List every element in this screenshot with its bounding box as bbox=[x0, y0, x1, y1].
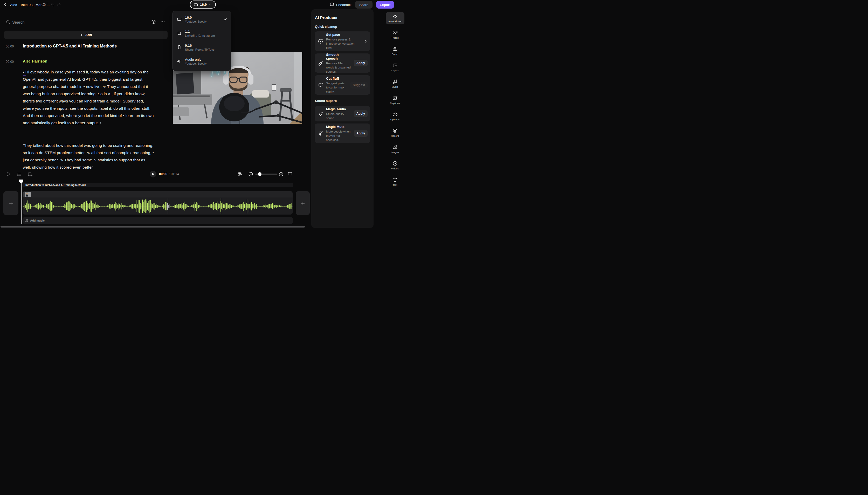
menu-item-sublabel: Shorts, Reels, TikToks bbox=[185, 48, 214, 51]
menu-item-9-16[interactable]: 9:16 Shorts, Reels, TikToks bbox=[173, 40, 231, 54]
zoom-in-icon[interactable] bbox=[279, 172, 283, 177]
speaker-name[interactable]: Alec Harrison bbox=[23, 59, 47, 63]
rail-item-ai-producer[interactable]: AI Producer bbox=[386, 12, 404, 24]
set-pace-card[interactable]: Set pace Remove pauses & improve convers… bbox=[315, 31, 370, 51]
layout-grid-icon bbox=[393, 63, 398, 68]
rail-item-tracks[interactable]: Tracks bbox=[386, 28, 404, 41]
add-music-track[interactable]: Add music bbox=[22, 217, 293, 224]
back-icon[interactable] bbox=[3, 0, 8, 9]
canvas-view-icon[interactable] bbox=[288, 171, 293, 177]
menu-item-label: 9:16 bbox=[185, 44, 214, 48]
audio-bars-icon bbox=[177, 59, 181, 64]
rail-item-videos[interactable]: Videos bbox=[386, 159, 404, 171]
menu-item-label: Audio only bbox=[185, 57, 207, 62]
track-layers-icon[interactable] bbox=[238, 172, 242, 177]
smooth-speech-apply-button[interactable]: Apply bbox=[354, 60, 368, 66]
add-track-left-button[interactable] bbox=[3, 191, 18, 215]
video-play-icon bbox=[393, 161, 398, 166]
search-input[interactable] bbox=[12, 19, 142, 25]
magic-mute-card[interactable]: Magic Mute Mute people when they're not … bbox=[315, 123, 370, 143]
share-button[interactable]: Share bbox=[355, 1, 372, 8]
play-button[interactable] bbox=[150, 171, 156, 177]
menu-item-sublabel: Youtube, Spotify bbox=[185, 62, 207, 65]
add-button[interactable]: Add bbox=[4, 31, 168, 39]
rail-item-text[interactable]: Text bbox=[386, 175, 404, 188]
redo-icon[interactable] bbox=[57, 0, 62, 9]
add-clip-icon[interactable] bbox=[28, 172, 33, 177]
cut-fluff-suggest-button[interactable]: Suggest bbox=[350, 82, 368, 88]
video-clip-thumbnail[interactable] bbox=[23, 192, 31, 197]
music-note-icon bbox=[25, 219, 28, 222]
menu-item-sublabel: Youtube, Spotify bbox=[185, 20, 207, 23]
landscape-frame-icon bbox=[194, 3, 198, 6]
audio-waveform[interactable] bbox=[22, 198, 293, 215]
rail-item-label: Music bbox=[392, 85, 398, 88]
more-options-icon[interactable] bbox=[160, 21, 165, 23]
aspect-ratio-button[interactable]: 16:9 bbox=[190, 1, 216, 8]
menu-item-audio-only[interactable]: Audio only Youtube, Spotify bbox=[173, 54, 231, 68]
smooth-speech-card[interactable]: Smooth speech Remove filler words & unwa… bbox=[315, 53, 370, 73]
clip-title-strip[interactable]: Introduction to GPT-4.5 and AI Training … bbox=[22, 183, 293, 187]
rail-item-record[interactable]: Record bbox=[386, 126, 404, 139]
card-title: Smooth speech bbox=[326, 53, 351, 61]
rail-item-uploads[interactable]: Uploads bbox=[386, 110, 404, 122]
chapter-title[interactable]: Introduction to GPT-4.5 and AI Training … bbox=[23, 44, 117, 49]
filter-icon[interactable] bbox=[151, 19, 156, 24]
plus-icon bbox=[80, 33, 83, 37]
menu-item-16-9[interactable]: 16:9 Youtube, Spotify bbox=[173, 12, 231, 26]
cut-fluff-card[interactable]: Cut fluff Suggest parts to cut for max c… bbox=[315, 75, 370, 95]
rail-item-brand[interactable]: Brand bbox=[386, 45, 404, 57]
card-description: Mute people when they're not speaking. bbox=[326, 130, 351, 142]
zoom-out-icon[interactable] bbox=[248, 172, 253, 177]
menu-item-label: 1:1 bbox=[185, 30, 215, 33]
rail-item-images[interactable]: Images bbox=[386, 143, 404, 155]
chevron-down-icon bbox=[209, 3, 212, 6]
add-track-right-button[interactable] bbox=[296, 191, 310, 215]
magic-audio-card[interactable]: Magic Audio Studio-quality sound Apply bbox=[315, 106, 370, 121]
add-music-label: Add music bbox=[30, 219, 45, 222]
rail-item-captions[interactable]: Captions bbox=[386, 93, 404, 106]
undo-icon[interactable] bbox=[50, 0, 55, 9]
speaker-timestamp: 00:00 bbox=[6, 60, 14, 64]
chevron-right-icon bbox=[364, 39, 368, 43]
audio-track[interactable] bbox=[22, 198, 293, 215]
panel-title: AI Producer bbox=[315, 15, 338, 20]
section-label-sound-superb: Sound superb bbox=[315, 99, 337, 103]
timeline-scrollbar[interactable] bbox=[1, 226, 305, 227]
transcript-paragraph[interactable]: They talked about how this model was goi… bbox=[23, 142, 154, 169]
search-icon bbox=[6, 20, 11, 24]
music-notes-icon bbox=[393, 79, 398, 84]
image-icon bbox=[393, 144, 398, 150]
square-frame-icon bbox=[177, 31, 181, 36]
rail-item-label: AI Producer bbox=[388, 20, 402, 23]
time-display: 00:00 / 01:14 bbox=[159, 172, 179, 176]
card-description: Studio-quality sound bbox=[326, 112, 351, 120]
card-title: Magic Mute bbox=[326, 125, 351, 129]
card-description: Suggest parts to cut for max clarity. bbox=[326, 81, 347, 93]
cloud-sync-icon[interactable] bbox=[41, 0, 47, 9]
sparkle-icon bbox=[393, 14, 398, 19]
magic-audio-apply-button[interactable]: Apply bbox=[354, 110, 368, 117]
card-title: Magic Audio bbox=[326, 107, 351, 111]
rail-item-layout[interactable]: Layout bbox=[386, 61, 404, 73]
timeline-trim-icon[interactable] bbox=[6, 172, 11, 177]
time-separator: / bbox=[169, 172, 169, 176]
feedback-button[interactable]: ? Feedback bbox=[330, 2, 351, 7]
export-button[interactable]: Export bbox=[376, 1, 394, 8]
divider bbox=[48, 2, 48, 7]
zoom-slider[interactable] bbox=[255, 174, 278, 175]
zoom-slider-thumb[interactable] bbox=[258, 172, 261, 176]
current-time: 00:00 bbox=[159, 172, 167, 176]
playback-controls-bar: 00:00 / 01:14 bbox=[0, 169, 311, 179]
card-description: Remove filler words & unwanted sounds. bbox=[326, 61, 351, 74]
menu-item-1-1[interactable]: 1:1 LinkedIn, X, Instagram bbox=[173, 26, 231, 40]
card-description: Remove pauses & improve conversation flo… bbox=[326, 37, 361, 50]
rail-item-music[interactable]: Music bbox=[386, 77, 404, 90]
magic-mute-apply-button[interactable]: Apply bbox=[354, 130, 368, 137]
transcript-paragraph[interactable]: • Hi everybody, in case you missed it, t… bbox=[23, 68, 154, 126]
video-track[interactable] bbox=[22, 191, 293, 198]
aspect-ratio-menu: 16:9 Youtube, Spotify 1:1 LinkedIn, X, I… bbox=[172, 11, 231, 71]
record-icon bbox=[393, 128, 398, 133]
list-view-icon[interactable] bbox=[17, 172, 21, 177]
rail-item-label: Uploads bbox=[390, 118, 400, 121]
